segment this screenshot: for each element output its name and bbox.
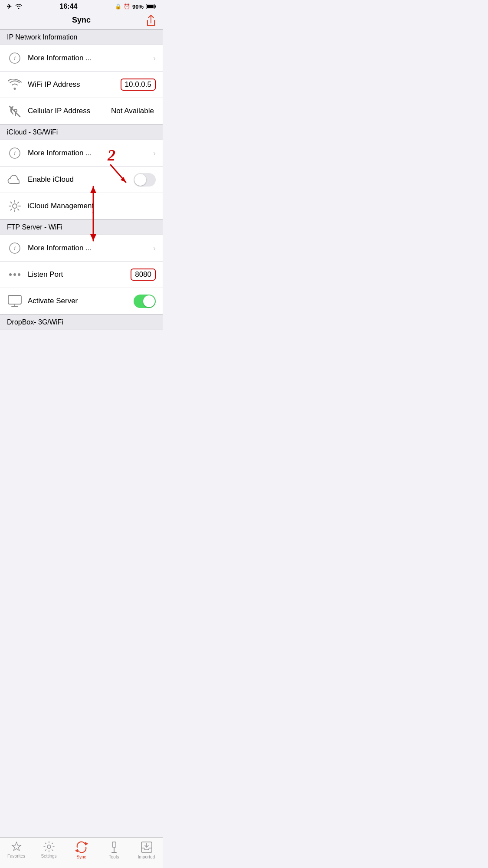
monitor-icon	[7, 293, 23, 309]
svg-text:i: i	[14, 245, 16, 252]
wifi-ip-value: 10.0.0.5	[121, 79, 156, 91]
row-ftp-more-info[interactable]: i More Information ... ›	[0, 235, 163, 262]
cellular-ip-label: Cellular IP Address	[28, 107, 111, 115]
alarm-icon: ⏰	[124, 3, 130, 10]
lock-icon: 🔒	[115, 3, 121, 10]
section-header-ip-network: IP Network Information	[0, 29, 163, 45]
status-left-icons: ✈	[7, 3, 22, 10]
cellular-ip-value: Not Available	[111, 107, 154, 115]
row-enable-icloud: Enable iCloud	[0, 167, 163, 193]
row-icloud-mgmt[interactable]: iCloud Management	[0, 193, 163, 219]
chevron-icon-1: ›	[153, 54, 156, 63]
chevron-icon-3: ›	[153, 244, 156, 253]
ftp-more-info-label: More Information ...	[28, 244, 150, 252]
battery-icon	[146, 4, 156, 9]
info-icon-3: i	[7, 240, 23, 256]
ip-more-info-label: More Information ...	[28, 54, 150, 62]
svg-point-13	[9, 273, 12, 276]
nav-bar: Sync	[0, 12, 163, 29]
dots-icon	[7, 267, 23, 282]
airplane-icon: ✈	[7, 3, 12, 10]
activate-server-label: Activate Server	[28, 297, 134, 305]
enable-icloud-toggle[interactable]	[134, 173, 156, 187]
svg-rect-2	[155, 6, 156, 8]
battery-percent: 90%	[132, 3, 144, 10]
info-icon-1: i	[7, 50, 23, 66]
section-header-dropbox: DropBox- 3G/WiFi	[0, 314, 163, 330]
chevron-icon-2: ›	[153, 149, 156, 158]
icloud-mgmt-label: iCloud Management	[28, 202, 156, 210]
main-content: IP Network Information i More Informatio…	[0, 29, 163, 365]
gear-icon-1	[7, 198, 23, 214]
status-time: 16:44	[60, 3, 78, 10]
info-icon-2: i	[7, 145, 23, 161]
icloud-more-info-label: More Information ...	[28, 149, 150, 157]
svg-text:i: i	[14, 150, 16, 157]
row-icloud-more-info[interactable]: i More Information ... ›	[0, 140, 163, 167]
activate-server-toggle[interactable]	[134, 295, 156, 308]
listen-port-value: 8080	[131, 269, 156, 281]
svg-point-14	[13, 273, 16, 276]
row-wifi-ip: WiFi IP Address 10.0.0.5	[0, 72, 163, 98]
status-right: 🔒 ⏰ 90%	[115, 3, 156, 10]
row-cellular-ip: Cellular IP Address Not Available	[0, 98, 163, 124]
share-button[interactable]	[146, 14, 156, 27]
row-listen-port: Listen Port 8080	[0, 262, 163, 288]
wifi-ip-label: WiFi IP Address	[28, 80, 121, 89]
enable-icloud-label: Enable iCloud	[28, 175, 134, 184]
wifi-status-icon	[15, 4, 22, 9]
cloud-icon	[7, 172, 23, 187]
svg-rect-16	[8, 295, 21, 304]
svg-point-15	[18, 273, 20, 276]
cellular-icon	[7, 103, 23, 119]
svg-point-10	[13, 204, 17, 208]
listen-port-label: Listen Port	[28, 270, 131, 279]
svg-text:i: i	[14, 55, 16, 62]
wifi-icon	[7, 77, 23, 92]
row-activate-server: Activate Server	[0, 288, 163, 314]
section-header-ftp: FTP Server - WiFi	[0, 219, 163, 235]
status-bar: ✈ 16:44 🔒 ⏰ 90%	[0, 0, 163, 12]
page-title: Sync	[72, 16, 91, 25]
svg-rect-1	[147, 5, 154, 8]
row-ip-more-info[interactable]: i More Information ... ›	[0, 45, 163, 72]
section-header-icloud: iCloud - 3G/WiFi	[0, 124, 163, 140]
